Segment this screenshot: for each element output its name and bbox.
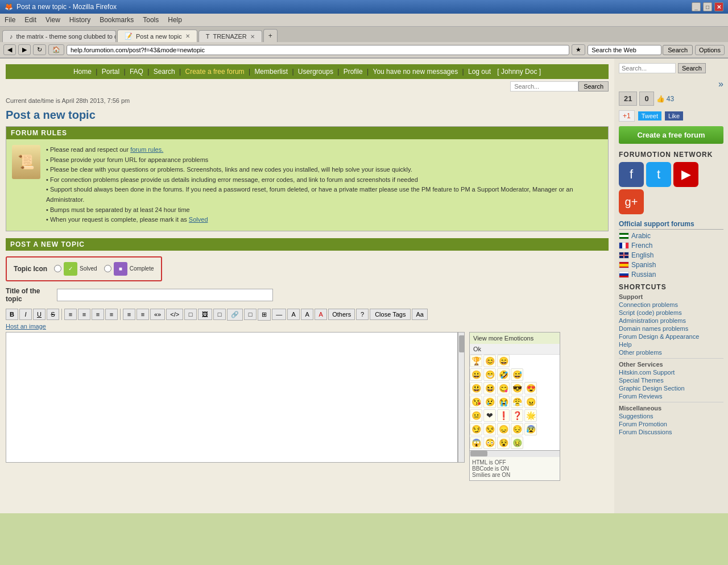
menu-edit[interactable]: Edit <box>22 15 39 25</box>
shortcut-domain[interactable]: Domain names problems <box>619 325 723 332</box>
support-link-french[interactable]: French <box>631 242 652 250</box>
emoticon-biggrin[interactable]: 😁 <box>483 368 496 381</box>
toolbar-flash[interactable]: □ <box>213 309 226 320</box>
toolbar-color[interactable]: A <box>315 309 327 320</box>
toolbar-code[interactable]: </> <box>166 309 183 320</box>
topic-icon-radio-complete[interactable] <box>104 265 111 272</box>
maximize-button[interactable]: □ <box>703 2 712 11</box>
emoticon-smile[interactable]: 😊 <box>483 355 496 367</box>
toolbar-strikethrough[interactable]: S <box>47 309 59 320</box>
emoticon-trophy[interactable]: 🏆 <box>470 355 482 367</box>
shortcut-forum-discussions[interactable]: Forum Discussions <box>619 429 723 435</box>
shortcut-script[interactable]: Script (code) problems <box>619 309 723 316</box>
new-tab-button[interactable]: + <box>263 29 278 42</box>
gplus-button[interactable]: +1 <box>619 110 635 122</box>
tab-new-topic[interactable]: 📝 Post a new topic ✕ <box>117 30 197 42</box>
shortcut-forum-promotion[interactable]: Forum Promotion <box>619 421 723 427</box>
emoticon-cry[interactable]: 😭 <box>497 396 510 408</box>
shortcut-admin[interactable]: Administration problems <box>619 317 723 324</box>
toolbar-attachment[interactable]: □ <box>184 309 197 320</box>
menu-bookmarks[interactable]: Bookmarks <box>97 15 136 25</box>
toolbar-help-button[interactable]: ? <box>356 309 369 320</box>
emoticon-sick[interactable]: 🤢 <box>511 437 523 449</box>
emoticon-joy[interactable]: 😆 <box>483 382 496 394</box>
options-button[interactable]: Options <box>695 45 725 55</box>
gplus-network-icon[interactable]: g+ <box>619 189 644 214</box>
toolbar-quote[interactable]: «» <box>150 309 165 320</box>
tab-matrix[interactable]: ♪ the matrix - theme song clubbed to d..… <box>2 30 116 42</box>
youtube-icon[interactable]: ▶ <box>673 162 698 187</box>
toolbar-hide[interactable]: □ <box>244 309 257 320</box>
sidebar-search-button[interactable]: Search <box>678 63 706 73</box>
toolbar-link[interactable]: 🔗 <box>227 309 243 321</box>
toolbar-font-size-adjust[interactable]: Aa <box>412 309 427 320</box>
back-button[interactable]: ◀ <box>3 44 16 55</box>
create-forum-button[interactable]: Create a free forum <box>619 126 723 144</box>
toolbar-underline[interactable]: U <box>33 309 46 320</box>
nav-home[interactable]: Home <box>73 68 92 76</box>
toolbar-bold[interactable]: B <box>6 309 18 320</box>
support-link-english[interactable]: English <box>631 251 653 259</box>
emoticon-exclaim[interactable]: ❗ <box>497 409 510 422</box>
support-link-russian[interactable]: Russian <box>631 271 656 279</box>
emoticon-sweat[interactable]: 😅 <box>511 368 523 381</box>
emoticon-rage[interactable]: 😠 <box>524 396 537 408</box>
toolbar-list-ordered[interactable]: ≡ <box>136 309 149 320</box>
forum-rules-link[interactable]: forum rules. <box>130 146 163 153</box>
browser-search-button[interactable]: Search <box>663 45 693 55</box>
toolbar-list-unordered[interactable]: ≡ <box>123 309 135 320</box>
editor-scrollbar-thumb[interactable] <box>459 335 465 352</box>
nav-messages[interactable]: You have no new messages <box>373 68 458 76</box>
tab-trenazer[interactable]: T TRENAZER ✕ <box>198 30 262 42</box>
emoticon-happy[interactable]: 😃 <box>470 382 482 394</box>
menu-tools[interactable]: Tools <box>140 15 161 25</box>
tab-close-trenazer[interactable]: ✕ <box>250 34 255 40</box>
shortcut-other[interactable]: Other problems <box>619 349 723 356</box>
toolbar-align-justify[interactable]: ≡ <box>105 309 118 320</box>
title-field-input[interactable] <box>57 289 273 301</box>
emoticon-neutral[interactable]: 😐 <box>470 409 482 422</box>
emoticon-laugh[interactable]: 😄 <box>497 355 510 367</box>
toolbar-image[interactable]: 🖼 <box>198 309 212 320</box>
host-image-link[interactable]: Host an image <box>6 323 609 330</box>
sidebar-expand[interactable]: » <box>619 79 723 89</box>
emoticon-grin[interactable]: 😀 <box>470 368 482 381</box>
emoticon-sad[interactable]: 😢 <box>483 396 496 408</box>
emoticon-star[interactable]: 🌟 <box>524 409 537 422</box>
nav-user[interactable]: [ Johnny Doc ] <box>497 68 541 76</box>
toolbar-size[interactable]: A <box>301 309 313 320</box>
nav-create-forum[interactable]: Create a free forum <box>185 68 245 76</box>
menu-file[interactable]: File <box>2 15 18 25</box>
toolbar-align-center[interactable]: ≡ <box>78 309 90 320</box>
shortcut-forum-reviews[interactable]: Forum Reviews <box>619 393 723 400</box>
emoticon-scream[interactable]: 😱 <box>470 437 482 449</box>
emoticon-anxious[interactable]: 😰 <box>524 423 537 435</box>
forum-search-button[interactable]: Search <box>578 81 609 92</box>
minimize-button[interactable]: _ <box>692 2 701 11</box>
forum-search-input[interactable] <box>510 81 578 92</box>
menu-help[interactable]: Help <box>166 15 184 25</box>
emoticons-ok-button[interactable]: Ok <box>470 344 560 355</box>
emoticon-rofl[interactable]: 🤣 <box>497 368 510 381</box>
facebook-icon[interactable]: f <box>619 162 644 187</box>
toolbar-align-left[interactable]: ≡ <box>64 309 77 320</box>
toolbar-close-tags-button[interactable]: Close Tags <box>370 309 411 320</box>
emoticon-disappointed[interactable]: 😞 <box>497 423 510 435</box>
url-bar[interactable] <box>67 45 569 55</box>
toolbar-hr[interactable]: — <box>272 309 286 320</box>
twitter-icon[interactable]: t <box>646 162 671 187</box>
tab-close-newtopic[interactable]: ✕ <box>185 33 190 39</box>
menu-history[interactable]: History <box>67 15 93 25</box>
menu-view[interactable]: View <box>43 15 63 25</box>
emoticon-love[interactable]: 😍 <box>524 382 537 394</box>
shortcut-themes[interactable]: Special Themes <box>619 377 723 384</box>
toolbar-font[interactable]: A <box>287 309 300 320</box>
emoticon-dizzy[interactable]: 😵 <box>497 437 510 449</box>
emoticon-angry[interactable]: 😤 <box>511 396 523 408</box>
toolbar-align-right[interactable]: ≡ <box>92 309 104 320</box>
emoticons-header[interactable]: View more Emoticons <box>470 333 560 344</box>
emoticon-question[interactable]: ❓ <box>511 409 523 422</box>
home-button[interactable]: 🏠 <box>48 44 64 55</box>
shortcut-connection[interactable]: Connection problems <box>619 301 723 308</box>
shortcut-help[interactable]: Help <box>619 341 723 348</box>
